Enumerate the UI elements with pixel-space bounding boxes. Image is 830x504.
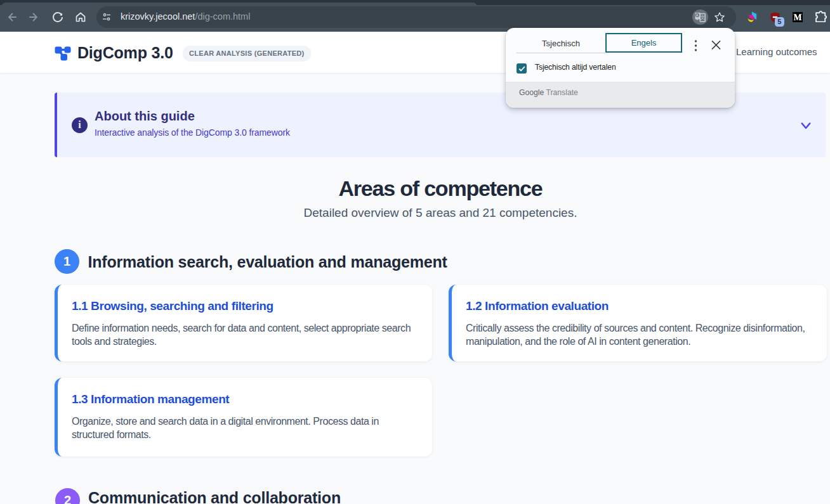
svg-text:文: 文 xyxy=(700,15,705,20)
